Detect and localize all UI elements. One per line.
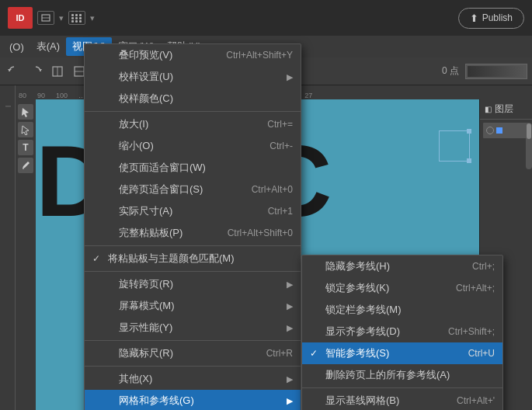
left-tools-panel: T — [16, 99, 36, 410]
selection-box — [439, 130, 470, 162]
divider-1 — [85, 111, 301, 112]
menu-label-extras: 其他(X) — [119, 372, 277, 386]
arrow-extras: ▶ — [287, 374, 293, 384]
menu-item-proof-color[interactable]: 校样颜色(C) — [85, 88, 301, 109]
menu-item-fit-page[interactable]: 使页面适合窗口(W) — [85, 157, 301, 179]
menu-item-fit-spread[interactable]: 使跨页适合窗口(S) Ctrl+Alt+0 — [85, 179, 301, 200]
menu-item-zoom-in[interactable]: 放大(I) Ctrl+= — [85, 113, 301, 135]
layout-icons: ▾ ▾ — [37, 11, 96, 25]
vertical-ruler: | — [0, 99, 16, 410]
submenu-hide-guides[interactable]: 隐藏参考线(H) Ctrl+; — [302, 255, 502, 277]
label-snap-guides: 显示齐参考线(D) — [325, 325, 428, 339]
shortcut-overprint: Ctrl+Alt+Shift+Y — [210, 50, 293, 61]
layers-panel-header: ◧ 图层 — [480, 99, 532, 120]
ruler-mark-100: 100 — [56, 92, 68, 99]
menu-item-zoom-out[interactable]: 缩小(O) Ctrl+- — [85, 135, 301, 157]
menu-item-pasteboard[interactable]: 完整粘贴板(P) Ctrl+Alt+Shift+0 — [85, 222, 301, 244]
menu-label-match-theme: 将粘贴板与主题颜色匹配(M) — [108, 252, 293, 266]
menu-item-match-theme[interactable]: ✓ 将粘贴板与主题颜色匹配(M) — [85, 248, 301, 269]
arrow-rotate: ▶ — [287, 280, 293, 290]
shortcut-pasteboard: Ctrl+Alt+Shift+0 — [212, 228, 293, 238]
title-bar-left: ID ▾ ▾ — [8, 7, 96, 29]
menu-table[interactable]: 表(A) — [30, 37, 66, 56]
layer-visibility[interactable] — [486, 127, 494, 134]
submenu-delete-guides[interactable]: 删除跨页上的所有参考线(A) — [302, 364, 502, 386]
layout-view-grid[interactable] — [68, 11, 85, 25]
submenu-lock-guides[interactable]: 锁定参考线(K) Ctrl+Alt+; — [302, 277, 502, 299]
submenu-smart-guides[interactable]: ✓ 智能参考线(S) Ctrl+U — [302, 342, 502, 364]
layout-separator2: ▾ — [89, 13, 96, 23]
menu-label-fit-spread: 使跨页适合窗口(S) — [119, 182, 231, 196]
menu-item-display-perf[interactable]: 显示性能(Y) ▶ — [85, 317, 301, 339]
upload-icon: ⬆ — [470, 12, 478, 24]
view-menu-dropdown[interactable]: 叠印预览(V) Ctrl+Alt+Shift+Y 校样设置(U) ▶ 校样颜色(… — [84, 43, 301, 410]
arrow-screen: ▶ — [287, 301, 293, 311]
menu-item-proof-setup[interactable]: 校样设置(U) ▶ — [85, 66, 301, 88]
shortcut-zoom-out: Ctrl+- — [254, 141, 293, 151]
menu-label-grid-guides: 网格和参考线(G) — [119, 394, 277, 408]
tool-select[interactable] — [18, 104, 33, 120]
layer-color — [496, 127, 502, 134]
menu-label-pasteboard: 完整粘贴板(P) — [119, 226, 207, 240]
menu-label-zoom-out: 缩小(O) — [119, 139, 249, 153]
divider-2 — [85, 245, 301, 246]
menu-item-overprint[interactable]: 叠印预览(V) Ctrl+Alt+Shift+Y — [85, 44, 301, 66]
handle-br[interactable] — [467, 158, 471, 163]
menu-item-actual-size[interactable]: 实际尺寸(A) Ctrl+1 — [85, 200, 301, 222]
shortcut-hide-guides: Ctrl+; — [457, 261, 495, 272]
transform-btn1[interactable] — [48, 62, 67, 81]
menu-item-grid-guides[interactable]: 网格和参考线(G) ▶ — [85, 390, 301, 410]
menu-label-proof-setup: 校样设置(U) — [119, 70, 277, 84]
arrow-proof-setup: ▶ — [287, 72, 293, 82]
arrow-display: ▶ — [287, 323, 293, 333]
title-bar: ID ▾ ▾ ⬆ Publish — [0, 0, 532, 36]
toolbar-right: 0 点 — [442, 64, 527, 79]
menu-label-hide-ruler: 隐藏标尺(R) — [119, 346, 246, 360]
layers-list — [480, 120, 532, 141]
ruler-mark-27: 27 — [304, 92, 312, 99]
submenu-snap-guides[interactable]: 显示齐参考线(D) Ctrl+Shift+; — [302, 321, 502, 342]
color-swatch-bar[interactable] — [465, 64, 527, 79]
menu-label-actual-size: 实际尺寸(A) — [119, 204, 248, 218]
shortcut-lock-guides: Ctrl+Alt+; — [440, 283, 495, 294]
menu-label-rotate-spread: 旋转跨页(R) — [119, 277, 277, 291]
menu-label-display-perf: 显示性能(Y) — [119, 321, 277, 335]
shortcut-actual-size: Ctrl+1 — [252, 206, 293, 217]
label-lock-col-guides: 锁定栏参考线(M) — [325, 303, 495, 317]
scrollbar-thumb[interactable] — [527, 123, 531, 139]
layers-title: 图层 — [495, 102, 513, 116]
menu-item-rotate-spread[interactable]: 旋转跨页(R) ▶ — [85, 273, 301, 295]
submenu-baseline-grid[interactable]: 显示基线网格(B) Ctrl+Alt+' — [302, 390, 502, 410]
menu-label-proof-color: 校样颜色(C) — [119, 92, 293, 106]
shortcut-zoom-in: Ctrl+= — [252, 119, 293, 130]
label-smart-guides: 智能参考线(S) — [325, 346, 448, 360]
publish-button[interactable]: ⬆ Publish — [458, 8, 524, 29]
rotate-right-btn[interactable] — [26, 62, 45, 81]
grid-submenu[interactable]: 隐藏参考线(H) Ctrl+; 锁定参考线(K) Ctrl+Alt+; 锁定栏参… — [301, 255, 503, 410]
layers-scrollbar[interactable] — [526, 123, 532, 169]
tool-pencil[interactable] — [18, 158, 33, 173]
menu-item-extras[interactable]: 其他(X) ▶ — [85, 368, 301, 390]
shortcut-hide-ruler: Ctrl+R — [251, 348, 293, 359]
layer-item-1[interactable] — [483, 123, 529, 138]
tool-direct-select[interactable] — [18, 122, 33, 137]
menu-item-screen-mode[interactable]: 屏幕模式(M) ▶ — [85, 295, 301, 317]
sub-divider-1 — [302, 387, 502, 388]
layout-view-single[interactable] — [37, 11, 54, 25]
submenu-lock-col-guides[interactable]: 锁定栏参考线(M) — [302, 299, 502, 321]
ruler-mark-90: 90 — [37, 92, 45, 99]
ruler-mark-80: 80 — [19, 92, 26, 99]
check-smart: ✓ — [310, 348, 321, 359]
shortcut-snap: Ctrl+Shift+; — [433, 326, 495, 337]
check-match: ✓ — [92, 253, 103, 264]
shortcut-baseline: Ctrl+Alt+' — [441, 395, 495, 406]
menu-item-hide-ruler[interactable]: 隐藏标尺(R) Ctrl+R — [85, 342, 301, 364]
label-hide-guides: 隐藏参考线(H) — [325, 259, 452, 273]
menu-file[interactable]: (O) — [3, 39, 30, 55]
tool-text[interactable]: T — [18, 140, 33, 155]
handle-tr[interactable] — [467, 129, 471, 134]
menu-label-zoom-in: 放大(I) — [119, 117, 247, 131]
rotate-left-btn[interactable] — [5, 62, 23, 81]
publish-label: Publish — [482, 12, 513, 23]
arrow-grid: ▶ — [287, 396, 293, 406]
